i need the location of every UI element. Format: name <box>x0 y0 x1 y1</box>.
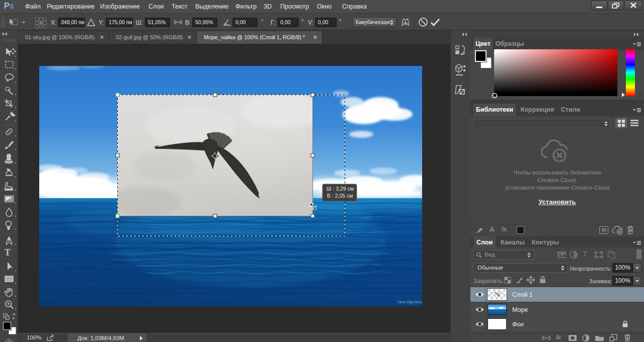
svg-text:Oboi-Dlja-Stola.RU: Oboi-Dlja-Stola.RU <box>397 300 422 304</box>
svg-text:Ш : 3,29 см: Ш : 3,29 см <box>327 186 354 192</box>
svg-text:В : 2,05 см: В : 2,05 см <box>327 193 353 199</box>
